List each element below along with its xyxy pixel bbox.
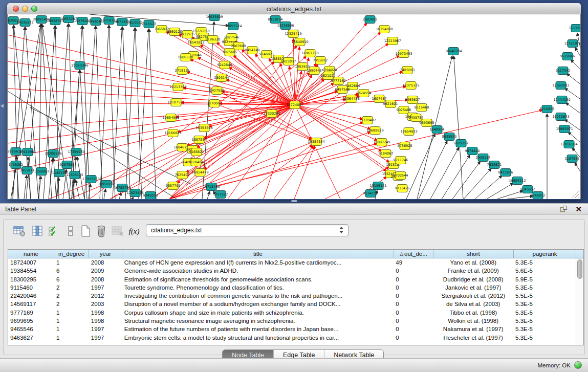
table-row[interactable]: 911546021997Tourette syndrome. Phenomeno… — [8, 283, 576, 292]
graph-node-teal[interactable]: 1187533 — [565, 155, 580, 163]
graph-node-yellow[interactable]: 9621601 — [383, 100, 398, 108]
citation-edge-black[interactable] — [138, 29, 148, 199]
graph-node-yellow[interactable]: 15353594 — [195, 124, 212, 132]
column-header-title[interactable]: title — [122, 250, 394, 258]
graph-node-teal[interactable]: 9245012 — [531, 192, 546, 200]
graph-node-teal[interactable]: 8938923 — [442, 133, 457, 141]
graph-node-yellow[interactable]: 18640910 — [291, 38, 308, 46]
graph-node-teal[interactable]: 15692971 — [556, 125, 573, 133]
citation-edge-black[interactable] — [475, 176, 502, 199]
citation-edge-black[interactable] — [442, 155, 470, 199]
graph-node-teal[interactable]: 8813054 — [268, 16, 283, 24]
citation-network-graph[interactable]: 2620655140355722089140616938393106532871… — [8, 14, 581, 199]
graph-node-yellow[interactable]: 19384554 — [308, 138, 324, 146]
citation-edge-black[interactable] — [207, 191, 210, 199]
window-titlebar[interactable]: citations_edges.txt — [7, 3, 581, 14]
graph-node-teal[interactable]: 3915911 — [20, 167, 35, 174]
column-header-short[interactable]: short — [433, 250, 514, 258]
network-view-window[interactable]: citations_edges.txt 26206551403557220891… — [7, 3, 581, 200]
graph-node-teal[interactable]: 12444150 — [553, 96, 570, 104]
graph-node-yellow[interactable]: 9184067 — [379, 150, 394, 158]
graph-node-teal[interactable]: 6879197 — [454, 140, 469, 147]
delete-rows-button[interactable] — [95, 225, 108, 238]
graph-node-teal[interactable]: 2935114 — [476, 154, 491, 162]
graph-node-yellow[interactable]: 6822037 — [281, 58, 296, 65]
citation-edge-black[interactable] — [38, 176, 41, 199]
graph-node-yellow[interactable]: 8454749 — [245, 47, 260, 54]
citation-edge-black[interactable] — [571, 59, 581, 71]
citation-edge-red[interactable] — [295, 105, 371, 129]
citation-edge-red[interactable] — [8, 105, 295, 143]
close-panel-icon[interactable]: ✕ — [575, 205, 582, 214]
column-header-in_degree[interactable]: in_degree — [54, 250, 89, 258]
citation-edge-red[interactable] — [238, 144, 313, 199]
citation-edge-red[interactable] — [272, 114, 312, 139]
graph-node-teal[interactable]: 20053346 — [71, 62, 88, 70]
graph-node-yellow[interactable]: 9756928 — [398, 142, 412, 150]
graph-node-yellow[interactable]: 7625402 — [175, 171, 190, 179]
citation-edge-black[interactable] — [565, 102, 581, 114]
table-row[interactable]: 2242004622012Investigating the contribut… — [8, 292, 576, 300]
table-row[interactable]: 946554611997Estimation of the future num… — [8, 325, 576, 333]
show-columns-button[interactable] — [31, 225, 45, 238]
network-graph-canvas[interactable]: 2620655140355722089140616938393106532871… — [7, 14, 581, 199]
citation-edge-red[interactable] — [183, 87, 295, 105]
graph-node-teal[interactable]: 16648784 — [445, 48, 462, 55]
graph-node-teal[interactable]: 1757522 — [213, 191, 228, 199]
table-selector-dropdown[interactable]: citations_edges.txt — [146, 224, 349, 236]
graph-node-yellow[interactable]: 18107552 — [167, 99, 184, 106]
graph-node-teal[interactable]: 15136141 — [369, 182, 386, 190]
graph-node-yellow[interactable]: 9857791 — [166, 182, 181, 190]
memory-ok-indicator[interactable] — [574, 361, 582, 369]
graph-node-teal[interactable]: 1640954 — [430, 126, 445, 134]
graph-node-teal[interactable]: 1145198 — [52, 169, 67, 177]
graph-node-yellow[interactable]: 12325419 — [285, 30, 301, 38]
graph-node-yellow[interactable]: 9115460 — [415, 104, 429, 112]
graph-node-teal[interactable]: 17016504 — [560, 141, 577, 148]
graph-node-teal[interactable]: 7615532 — [128, 19, 143, 27]
citation-edge-black[interactable] — [575, 163, 581, 173]
graph-node-teal[interactable]: 7632621 — [487, 161, 502, 169]
table-row[interactable]: 946362711997Embryonic stem cells: a mode… — [8, 334, 576, 342]
graph-node-yellow[interactable]: 9827546 — [225, 34, 239, 41]
citation-edge-red[interactable] — [295, 105, 340, 199]
graph-node-yellow[interactable]: 9711746 — [394, 157, 408, 164]
graph-node-yellow[interactable]: 9463627 — [405, 96, 420, 104]
graph-node-yellow[interactable]: 16961758 — [301, 50, 318, 57]
table-row[interactable]: 977716911998Corpus callosum shape and si… — [8, 309, 576, 317]
graph-node-teal[interactable]: 1117205 — [569, 25, 581, 32]
citation-edge-black[interactable] — [12, 169, 15, 199]
scrollbar-thumb[interactable] — [577, 259, 582, 279]
new-table-button[interactable] — [79, 225, 93, 238]
citation-edge-black[interactable] — [49, 158, 53, 199]
row-height-button[interactable] — [64, 225, 77, 238]
graph-node-yellow[interactable]: 8186328 — [206, 36, 221, 43]
citation-edge-black[interactable] — [430, 147, 459, 199]
graph-node-teal[interactable]: 9245013 — [143, 192, 158, 200]
graph-node-teal[interactable]: 9227342 — [556, 67, 571, 75]
graph-node-yellow[interactable]: 7955812 — [313, 57, 328, 64]
graph-node-teal[interactable]: 12093582 — [552, 82, 569, 90]
graph-node-yellow[interactable]: 19166825 — [164, 129, 181, 137]
graph-node-yellow[interactable]: 6497568 — [335, 86, 350, 94]
citation-edge-red[interactable] — [274, 145, 314, 199]
graph-node-yellow[interactable]: 9242848 — [217, 61, 232, 69]
graph-node-yellow[interactable]: 12375125 — [402, 82, 419, 90]
graph-node-yellow[interactable]: 16154808 — [376, 26, 393, 33]
graph-node-yellow[interactable]: 1887834 — [192, 136, 207, 144]
citation-edge-black[interactable] — [452, 161, 481, 199]
table-scrollbar[interactable] — [576, 258, 583, 345]
graph-node-yellow[interactable]: 9702544 — [394, 172, 408, 180]
graph-node-teal[interactable]: 9097588 — [60, 161, 75, 169]
table-row[interactable]: 969969511998Structural magnetic resonanc… — [8, 317, 576, 325]
graph-node-yellow[interactable]: 1990448 — [307, 67, 322, 75]
graph-node-teal[interactable]: 17957253 — [82, 176, 99, 183]
table-row[interactable]: 1830029562008Estimation of significance … — [8, 275, 576, 283]
graph-node-yellow[interactable]: 1170062 — [207, 100, 222, 107]
graph-node-yellow[interactable]: 12213369 — [169, 83, 186, 91]
graph-node-teal[interactable]: 2087682 — [363, 16, 378, 24]
graph-node-yellow[interactable]: 9110484 — [189, 159, 204, 166]
graph-node-teal[interactable]: 8471676 — [498, 169, 513, 177]
citation-edge-black[interactable] — [122, 27, 130, 199]
graph-node-yellow[interactable]: 2803144 — [214, 74, 229, 82]
